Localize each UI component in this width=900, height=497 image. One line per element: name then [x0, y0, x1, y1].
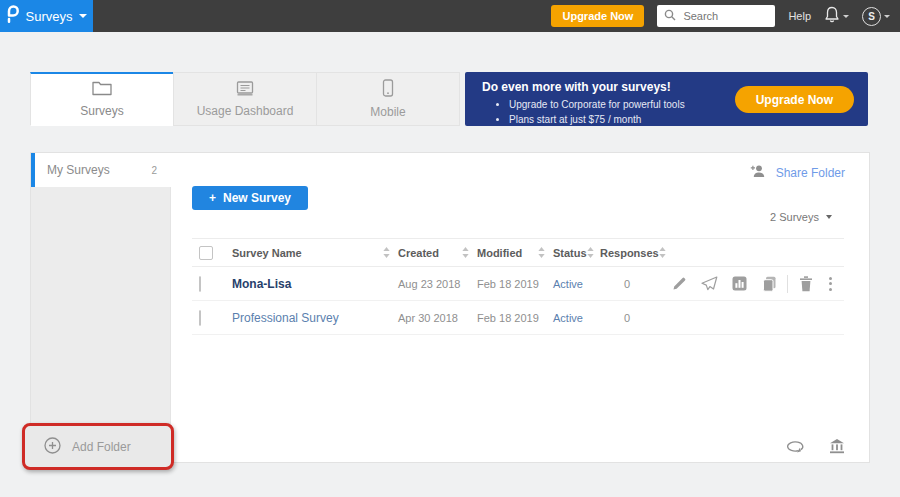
- archive-bank-icon[interactable]: [829, 439, 845, 454]
- topbar-actions: Upgrade Now Help S: [551, 5, 900, 27]
- view-tabs: Surveys Usage Dashboard Mobile: [30, 72, 460, 126]
- restore-loop-icon[interactable]: [786, 440, 805, 453]
- col-header-modified[interactable]: Modified: [477, 239, 553, 266]
- survey-count-dropdown[interactable]: 2 Surveys: [770, 211, 832, 223]
- delete-icon[interactable]: [791, 276, 821, 292]
- cell-responses: 0: [600, 278, 662, 290]
- annotation-highlight: Add Folder: [22, 423, 174, 470]
- chevron-down-icon: [79, 14, 87, 18]
- col-header-survey-name[interactable]: Survey Name: [232, 239, 398, 266]
- search-input[interactable]: [681, 9, 768, 23]
- avatar: S: [862, 7, 881, 26]
- tab-label: Mobile: [370, 105, 405, 119]
- new-survey-button[interactable]: + New Survey: [192, 186, 308, 210]
- tab-mobile[interactable]: Mobile: [316, 72, 460, 126]
- table-row: Professional Survey Apr 30 2018 Feb 18 2…: [192, 301, 844, 335]
- duplicate-icon[interactable]: [754, 276, 784, 292]
- cell-modified: Feb 18 2019: [477, 278, 553, 290]
- survey-name-link[interactable]: Professional Survey: [232, 311, 339, 325]
- folder-name: My Surveys: [35, 163, 110, 177]
- banner-bullet: Plans start at just $75 / month: [509, 112, 868, 127]
- dashboard-icon: [235, 81, 255, 99]
- banner-upgrade-button[interactable]: Upgrade Now: [735, 86, 854, 113]
- sidebar-item-my-surveys[interactable]: My Surveys 2: [31, 153, 171, 187]
- edit-icon[interactable]: [664, 276, 694, 291]
- chevron-down-icon: [843, 15, 849, 18]
- person-add-icon: [750, 164, 767, 181]
- survey-name-link[interactable]: Mona-Lisa: [232, 277, 291, 291]
- cell-status: Active: [553, 312, 600, 324]
- add-folder-button[interactable]: Add Folder: [25, 426, 171, 467]
- row-checkbox[interactable]: [199, 276, 201, 292]
- tab-surveys[interactable]: Surveys: [30, 72, 174, 126]
- cell-status: Active: [553, 278, 600, 290]
- tab-usage-dashboard[interactable]: Usage Dashboard: [173, 72, 317, 126]
- top-bar: Surveys Upgrade Now Help S: [0, 0, 900, 32]
- notifications-menu[interactable]: [824, 6, 849, 27]
- new-survey-label: New Survey: [223, 191, 291, 205]
- add-folder-label: Add Folder: [72, 440, 131, 454]
- share-folder-label: Share Folder: [776, 166, 845, 180]
- chevron-down-icon: [884, 15, 890, 18]
- cell-responses: 0: [600, 312, 662, 324]
- plus-icon: +: [209, 191, 216, 205]
- sort-icon[interactable]: [462, 247, 469, 258]
- col-header-status[interactable]: Status: [553, 239, 600, 266]
- col-header-created[interactable]: Created: [398, 239, 477, 266]
- tab-label: Usage Dashboard: [197, 104, 294, 118]
- send-icon[interactable]: [694, 276, 724, 291]
- cell-created: Apr 30 2018: [398, 312, 477, 324]
- tab-label: Surveys: [80, 104, 123, 118]
- folder-icon: [92, 81, 112, 99]
- upgrade-banner: Do even more with your surveys! Upgrade …: [465, 72, 868, 126]
- mobile-icon: [382, 79, 394, 100]
- folder-count-badge: 2: [151, 165, 171, 176]
- search-icon: [664, 7, 676, 25]
- share-folder-button[interactable]: Share Folder: [750, 164, 845, 181]
- surveys-panel: My Surveys 2 Add Folder + New Survey: [30, 152, 870, 463]
- survey-table: Survey Name Created Modified: [192, 238, 844, 335]
- account-menu[interactable]: S: [862, 7, 890, 26]
- table-header-row: Survey Name Created Modified: [192, 238, 844, 267]
- upgrade-now-button[interactable]: Upgrade Now: [551, 5, 644, 27]
- survey-count-label: 2 Surveys: [770, 211, 819, 223]
- sort-icon[interactable]: [587, 247, 594, 258]
- col-header-responses[interactable]: Responses: [600, 239, 662, 266]
- product-menu-label: Surveys: [26, 9, 73, 24]
- sort-icon[interactable]: [383, 247, 390, 258]
- sort-icon[interactable]: [538, 247, 545, 258]
- more-actions-icon[interactable]: [821, 277, 844, 291]
- folder-list-panel: [31, 187, 171, 462]
- cell-created: Aug 23 2018: [398, 278, 477, 290]
- bell-icon: [824, 6, 840, 27]
- table-row: Mona-Lisa Aug 23 2018 Feb 18 2019 Active…: [192, 267, 844, 301]
- plus-circle-icon: [44, 437, 61, 457]
- select-all-checkbox[interactable]: [199, 246, 213, 260]
- cell-modified: Feb 18 2019: [477, 312, 553, 324]
- reports-icon[interactable]: [724, 276, 754, 291]
- panel-footer-actions: [786, 439, 845, 454]
- row-checkbox[interactable]: [199, 310, 201, 326]
- product-menu[interactable]: Surveys: [0, 0, 93, 32]
- chevron-down-icon: [826, 215, 832, 219]
- survey-list-area: + New Survey Share Folder 2 Surveys: [171, 153, 869, 462]
- help-link[interactable]: Help: [788, 10, 811, 22]
- divider: [787, 275, 788, 293]
- row-actions: [662, 267, 844, 300]
- brand-logo-icon: [6, 5, 19, 27]
- search-box[interactable]: [657, 5, 775, 27]
